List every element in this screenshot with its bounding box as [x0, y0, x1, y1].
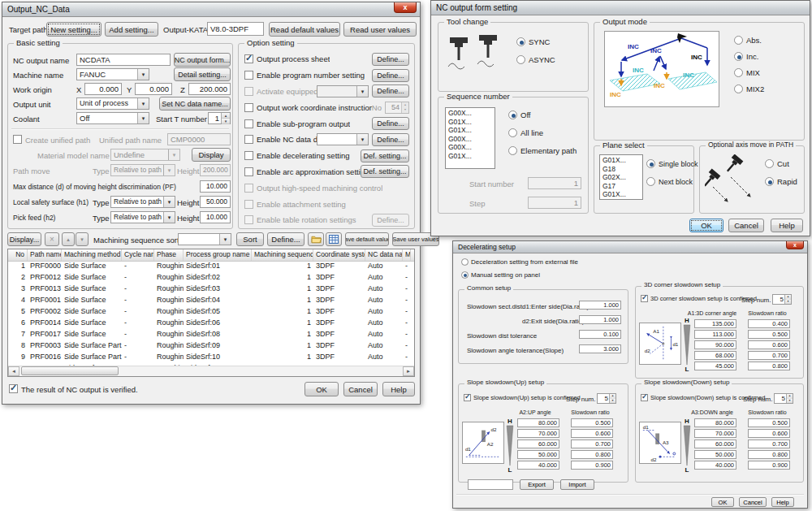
option-define-button[interactable]: Define... — [372, 69, 409, 82]
slowdown-ratio-input[interactable]: 0.500 — [748, 330, 790, 339]
option-define-button[interactable]: Define... — [372, 133, 409, 146]
ok-button[interactable]: OK — [304, 382, 339, 396]
slowdown-ratio-input[interactable]: 0.500 — [748, 418, 790, 427]
max-distance-field[interactable]: 10.000 — [200, 180, 231, 193]
list-item[interactable]: G00X... — [448, 143, 492, 152]
list-item[interactable]: G01X... — [448, 126, 492, 135]
export-button[interactable]: Export — [520, 479, 554, 490]
table-row[interactable]: 3PRF0013Side Surface-RoughingSideSrf:031… — [8, 284, 414, 296]
scroll-left-icon[interactable]: ◄ — [8, 366, 19, 376]
close-icon[interactable]: x — [786, 241, 804, 249]
slowdown-ratio-input[interactable]: 0.600 — [748, 429, 790, 438]
table-row[interactable]: 8PRF0003Side Surface Part-RoughingSideSr… — [8, 341, 414, 353]
angle-input[interactable]: 80.000 — [694, 418, 736, 427]
close-icon[interactable]: x — [394, 2, 417, 13]
slope-up-step-spinner[interactable]: 5▴▾ — [597, 393, 616, 404]
angle-input[interactable]: 60.000 — [694, 440, 736, 448]
angle-input[interactable]: 70.000 — [517, 429, 559, 438]
help-button[interactable]: Help — [771, 219, 803, 232]
list-item[interactable]: G02X... — [603, 173, 640, 182]
table-column-header[interactable]: M — [403, 249, 411, 261]
horizontal-scrollbar[interactable]: ◄ ► — [8, 366, 414, 376]
slowdown-ratio-input[interactable]: 0.800 — [748, 362, 790, 370]
move-down-icon[interactable]: ▾ — [76, 232, 89, 246]
sync-radio[interactable]: SYNC — [516, 37, 550, 46]
machine-name-select[interactable]: FANUC▾ — [76, 68, 149, 80]
table-column-header[interactable]: No — [8, 249, 28, 261]
table-row[interactable]: 2PRF0012Side Surface-RoughingSideSrf:021… — [8, 273, 414, 284]
table-row[interactable]: 4PRF0001Side Surface-RoughingSideSrf:041… — [8, 296, 414, 307]
create-unified-path-checkbox[interactable] — [13, 135, 22, 144]
cancel-button[interactable]: Cancel — [739, 497, 767, 507]
next-block-radio[interactable]: Next block — [646, 177, 693, 186]
output-unit-select[interactable]: Unit of process▾ — [76, 97, 149, 110]
list-item[interactable]: G01X... — [603, 156, 640, 165]
open-folder-icon[interactable] — [308, 232, 324, 246]
dialog-titlebar[interactable]: Output_NC_Data x — [2, 2, 420, 17]
cut-radio[interactable]: Cut — [765, 159, 789, 168]
slowdown-ratio-input[interactable]: 0.700 — [748, 440, 790, 448]
table-row[interactable]: 9PRF0016Side Surface Part-RoughingSideSr… — [8, 353, 414, 364]
angle-input[interactable]: 80.000 — [517, 418, 559, 427]
table-row[interactable]: 1PRF0000Side Surface-RoughingSideSrf:011… — [8, 262, 414, 273]
sequence-listbox[interactable]: G00X...G01X...G01X...G00X...G00X...G01X.… — [445, 107, 495, 169]
slope-down-step-spinner[interactable]: 5▴▾ — [774, 393, 793, 404]
slowdown-ratio-input[interactable]: 0.500 — [571, 418, 613, 427]
help-button[interactable]: Help — [771, 497, 794, 507]
seq-off-radio[interactable]: Off — [508, 110, 531, 119]
angle-input[interactable]: 50.000 — [517, 450, 559, 459]
slowdown-ratio-input[interactable]: 0.900 — [571, 461, 613, 470]
nc-table-header[interactable]: NoPath nameMachining methodCycle namePha… — [8, 249, 414, 262]
mix2-radio[interactable]: MIX2 — [734, 84, 764, 93]
manual-setting-radio[interactable]: Manual setting on panel — [461, 271, 540, 279]
option-checkbox[interactable] — [244, 151, 253, 160]
corner-confirm-checkbox[interactable] — [641, 295, 648, 302]
display-button[interactable]: Display — [192, 148, 231, 162]
slowdown-angle-field[interactable]: 3.000 — [579, 344, 621, 353]
slowdown-ratio-input[interactable]: 0.800 — [571, 450, 613, 459]
slope-up-confirm-checkbox[interactable] — [464, 394, 471, 401]
table-column-header[interactable]: Machining sequence level — [252, 249, 313, 261]
option-define-button[interactable]: Def. setting... — [361, 165, 409, 178]
read-default-values-button[interactable]: Read default values — [269, 22, 340, 37]
option-define-button[interactable]: Define... — [372, 53, 409, 66]
slowdown-ratio-input[interactable]: 0.400 — [748, 319, 790, 328]
coolant-select[interactable]: Off▾ — [76, 112, 149, 124]
table-row[interactable]: 6PRF0014Side Surface-RoughingSideSrf:061… — [8, 318, 414, 330]
list-item[interactable]: G18 — [603, 165, 640, 174]
option-checkbox[interactable] — [244, 135, 253, 144]
nc-output-verified-checkbox[interactable] — [9, 384, 18, 393]
list-item[interactable]: G00X... — [448, 109, 492, 118]
external-file-radio[interactable]: Deceleration setting from external file — [461, 258, 578, 266]
detail-setting-button[interactable]: Detail setting... — [174, 67, 231, 81]
dialog-titlebar[interactable]: NC output form setting — [431, 1, 810, 15]
help-button[interactable]: Help — [382, 382, 415, 396]
new-setting-button[interactable]: New setting... — [46, 22, 102, 37]
nc-output-form-button[interactable]: NC output form... — [174, 53, 231, 67]
list-item[interactable]: G01X... — [448, 152, 492, 161]
local-safety-height-field[interactable]: 50.000 — [200, 196, 231, 208]
slowdown-ratio-input[interactable]: 0.600 — [571, 429, 613, 438]
slowdown-ratio-input[interactable]: 0.600 — [748, 340, 790, 349]
set-nc-data-name-button[interactable]: Set NC data name... — [159, 97, 231, 110]
option-checkbox[interactable] — [244, 103, 253, 112]
table-column-header[interactable]: NC data name — [365, 249, 403, 261]
table-column-header[interactable]: Path name — [28, 249, 62, 261]
angle-input[interactable]: 68.000 — [694, 351, 736, 360]
pick-feed-type-select[interactable]: Relative to path▾ — [110, 211, 175, 223]
plane-listbox[interactable]: G01X...G18G02X...G17G01X... — [599, 154, 643, 200]
seq-all-line-radio[interactable]: All line — [508, 128, 543, 137]
async-radio[interactable]: ASYNC — [516, 55, 555, 64]
option-dropdown[interactable] — [317, 133, 369, 145]
import-button[interactable]: Import — [560, 479, 594, 490]
list-item[interactable]: G01X... — [603, 190, 640, 199]
d1-enter-field[interactable]: 1.000 — [579, 301, 621, 310]
list-item[interactable]: G01X... — [448, 118, 492, 127]
angle-input[interactable]: 113.000 — [694, 330, 736, 339]
delete-icon[interactable]: × — [45, 232, 59, 246]
ok-button[interactable]: OK — [711, 497, 734, 507]
slowdown-dist-field[interactable]: 0.100 — [579, 330, 621, 339]
slowdown-ratio-input[interactable]: 0.700 — [571, 440, 613, 448]
table-column-header[interactable]: Cycle name — [122, 249, 154, 261]
sequence-sort-select[interactable]: ▾ — [178, 233, 231, 245]
